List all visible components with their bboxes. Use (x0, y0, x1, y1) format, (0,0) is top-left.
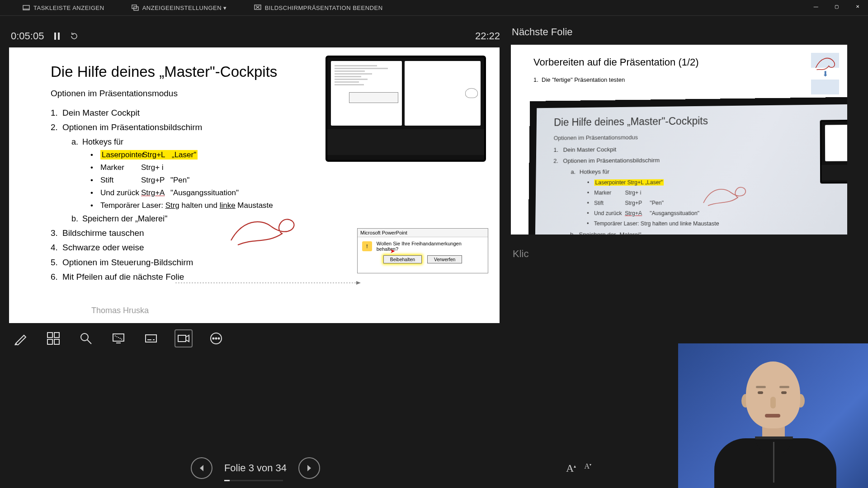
top-menu-bar: TASKLEISTE ANZEIGEN ANZEIGEEINSTELLUNGEN… (0, 0, 868, 16)
svg-line-16 (87, 340, 91, 344)
svg-line-19 (115, 336, 122, 339)
svg-rect-7 (54, 33, 56, 40)
list-item: Und zurückStrg+A"Ausgangssituation" (100, 187, 472, 199)
monitor-graphic (326, 56, 486, 162)
svg-marker-24 (186, 335, 189, 342)
list-item: Temporärer Laser: Strg halten und linke … (100, 199, 472, 212)
cursor-icon: ➤ (390, 248, 395, 254)
diagram-thumbnail: ⬇ (811, 53, 839, 94)
presenter-camera[interactable] (678, 343, 868, 488)
maximize-button[interactable]: ▢ (826, 0, 847, 13)
warning-icon: ! (362, 241, 372, 251)
end-presentation-label: BILDSCHIRMPRÄSENTATION BEENDEN (265, 5, 383, 11)
slide-progress-bar (224, 480, 283, 481)
brain-icon (465, 88, 478, 98)
photo-slide-subtitle: Optionen im Präsentationsmodus (554, 132, 840, 141)
show-taskbar-label: TASKLEISTE ANZEIGEN (33, 5, 104, 11)
list-item: Und zurückStrg+A"Ausgangssituation" (594, 208, 841, 219)
black-screen-button[interactable] (109, 329, 127, 347)
svg-point-28 (218, 338, 220, 339)
slide-count-label: Folie 3 von 34 (224, 462, 287, 474)
photo-mini-monitor (820, 119, 847, 183)
taskbar-icon (23, 4, 30, 11)
restart-timer-button[interactable] (70, 32, 78, 40)
svg-rect-11 (47, 333, 52, 338)
svg-rect-13 (47, 339, 52, 344)
svg-rect-12 (54, 333, 59, 338)
slide-navigation: Folie 3 von 34 (0, 457, 511, 479)
dialog-discard-button[interactable]: Verwerfen (427, 255, 462, 263)
see-all-slides-button[interactable] (44, 329, 62, 347)
show-taskbar-button[interactable]: TASKLEISTE ANZEIGEN (23, 4, 104, 11)
photo-annotation-swirl (702, 185, 751, 207)
dialog-title: Microsoft PowerPoint (358, 229, 488, 237)
annotation-swirl (229, 216, 303, 247)
list-item-label: Hotkeys für (82, 137, 123, 146)
svg-point-15 (81, 333, 88, 341)
current-slide[interactable]: Die Hilfe deines „Master"-Cockpits Optio… (9, 47, 500, 323)
minimize-button[interactable]: — (806, 0, 826, 13)
list-item: Speichern der „Malerei" (570, 229, 841, 235)
svg-marker-30 (307, 465, 311, 471)
photo-monitor: Die Hilfe deines „Master"-Cockpits Optio… (527, 97, 847, 235)
window-controls: — ▢ ✕ (806, 0, 868, 13)
end-presentation-button[interactable]: BILDSCHIRMPRÄSENTATION BEENDEN (254, 4, 383, 11)
list-item: MarkerStrg+ i (100, 161, 472, 174)
svg-point-27 (216, 338, 217, 339)
svg-point-26 (213, 338, 214, 339)
display-settings-button[interactable]: ANZEIGEEINSTELLUNGEN ▾ (132, 4, 227, 11)
current-clock-time: 22:22 (475, 30, 500, 42)
photo-slide-title: Die Hilfe deines „Master"-Cockpits (554, 113, 840, 128)
next-slide-label: Nächste Folie (511, 24, 859, 40)
presenter-left-panel: 0:05:05 22:22 Die Hilfe deines „Master"-… (0, 16, 511, 488)
end-presentation-icon (254, 4, 261, 11)
svg-rect-8 (58, 33, 60, 40)
notes-placeholder[interactable]: Klic (511, 248, 859, 260)
next-slide-preview[interactable]: Vorbereiten auf die Präsentation (1/2) 1… (511, 45, 847, 235)
timer-row: 0:05:05 22:22 (9, 25, 502, 47)
font-size-controls: A▴ A▾ (566, 462, 591, 474)
annotation-arrow (175, 279, 361, 280)
camera-button[interactable] (175, 329, 193, 347)
slide-author: Thomas Hruska (91, 306, 472, 315)
display-settings-label: ANZEIGEEINSTELLUNGEN ▾ (142, 5, 227, 11)
pen-tool-button[interactable] (12, 329, 30, 347)
svg-marker-10 (356, 281, 361, 285)
increase-font-button[interactable]: A▴ (566, 462, 576, 474)
subtitle-button[interactable] (142, 329, 160, 347)
list-item-label: Optionen im Präsentationsbildschirm (62, 122, 202, 132)
display-settings-icon (132, 4, 139, 11)
decrease-font-button[interactable]: A▾ (584, 462, 591, 474)
svg-rect-14 (54, 339, 59, 344)
pause-button[interactable] (53, 32, 61, 40)
list-item: Temporärer Laser: Strg halten und linke … (594, 219, 841, 230)
elapsed-time: 0:05:05 (11, 30, 44, 42)
next-slide-list: 1. Die "fertige" Präsentation testen (533, 76, 834, 83)
powerpoint-dialog: Microsoft PowerPoint ! Wollen Sie Ihre F… (357, 228, 488, 273)
list-item: StiftStrg+P"Pen" (100, 174, 472, 187)
svg-rect-20 (146, 335, 156, 342)
list-item: Optionen im Präsentationsbildschirm Hotk… (552, 154, 840, 235)
zoom-button[interactable] (77, 329, 95, 347)
dialog-keep-button[interactable]: Beibehalten (383, 255, 422, 263)
more-options-button[interactable] (207, 329, 225, 347)
svg-rect-23 (178, 335, 186, 342)
previous-slide-button[interactable] (191, 457, 212, 479)
close-button[interactable]: ✕ (847, 0, 868, 13)
next-slide-button[interactable] (298, 457, 320, 479)
presenter-tools (9, 323, 502, 354)
svg-marker-29 (200, 465, 203, 471)
next-slide-title: Vorbereiten auf die Präsentation (1/2) (533, 56, 834, 68)
